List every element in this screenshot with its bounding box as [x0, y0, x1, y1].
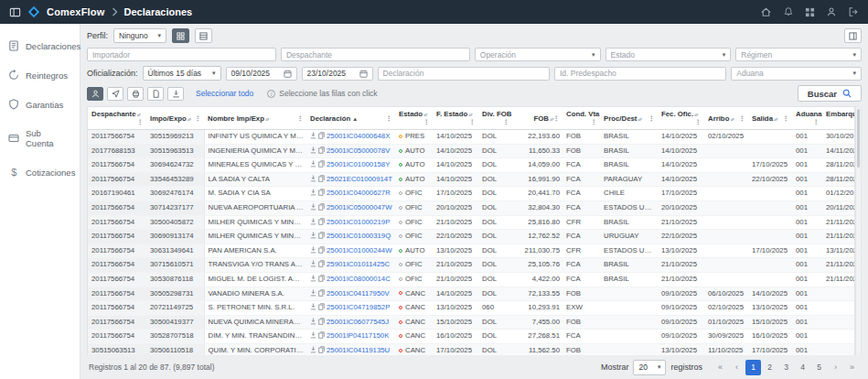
- despachante-input[interactable]: [281, 48, 470, 61]
- print-button[interactable]: [127, 87, 144, 101]
- predespacho-input[interactable]: [554, 67, 726, 81]
- column-header-cond_vta[interactable]: Cond. Vta▴▾⋮: [563, 107, 600, 130]
- sort-icon[interactable]: ▴▾: [550, 116, 553, 122]
- sidebar-item-cotizaciones[interactable]: $ Cotizaciones: [0, 157, 80, 187]
- column-header-estado[interactable]: Estado▴▾⋮: [395, 107, 433, 130]
- column-menu-icon[interactable]: ⋮: [469, 118, 477, 126]
- declaration-link[interactable]: 25001IC01000319Q: [327, 233, 391, 241]
- column-menu-icon[interactable]: ⋮: [503, 118, 510, 126]
- select-all-link[interactable]: Seleccionar todo: [196, 89, 253, 98]
- perfil-select[interactable]: Ninguno ▾: [113, 28, 166, 43]
- fecha-desde-field[interactable]: [226, 67, 297, 81]
- logout-icon[interactable]: [848, 6, 859, 17]
- scrollbar-thumb[interactable]: [857, 109, 860, 168]
- importador-input[interactable]: [87, 48, 276, 61]
- estado-select[interactable]: ▾: [605, 48, 732, 61]
- table-row[interactable]: 2011756675430515969213INFINITY US QUIMIC…: [88, 130, 855, 145]
- copy-declaration-icon[interactable]: [318, 246, 325, 256]
- column-header-fob[interactable]: FOB▴▾⋮: [512, 107, 563, 130]
- aduana-select[interactable]: ▾: [731, 67, 862, 81]
- page-size-select[interactable]: 20 ▾: [633, 360, 666, 375]
- estado-input[interactable]: [611, 50, 720, 60]
- sidebar-item-declaraciones[interactable]: Declaraciones: [0, 31, 80, 60]
- page-button-1[interactable]: 1: [745, 360, 761, 375]
- aduana-input[interactable]: [736, 69, 850, 78]
- send-button[interactable]: [107, 87, 123, 101]
- prev-page-button[interactable]: ‹: [729, 360, 745, 375]
- page-button-2[interactable]: 2: [762, 360, 777, 375]
- table-row[interactable]: 2016719046130692476174M. SADIA Y CIA SA2…: [88, 187, 855, 201]
- download-declaration-icon[interactable]: [310, 331, 316, 341]
- download-declaration-icon[interactable]: [310, 246, 316, 256]
- download-declaration-icon[interactable]: [310, 203, 316, 213]
- declaration-link[interactable]: 25001IP04117150K: [327, 332, 389, 341]
- column-menu-icon[interactable]: ⋮: [695, 118, 702, 126]
- copy-declaration-icon[interactable]: [318, 146, 325, 157]
- download-declaration-icon[interactable]: [310, 289, 316, 299]
- copy-declaration-icon[interactable]: [318, 303, 325, 313]
- download-declaration-icon[interactable]: [310, 218, 316, 228]
- column-menu-icon[interactable]: ⋮: [648, 114, 656, 123]
- operacion-input[interactable]: [480, 50, 589, 60]
- bell-icon[interactable]: [783, 6, 794, 17]
- column-header-proc_dest[interactable]: Proc/Dest▴▾⋮: [600, 107, 658, 130]
- copy-declaration-icon[interactable]: [318, 289, 325, 299]
- copy-declaration-icon[interactable]: [318, 160, 325, 170]
- table-row[interactable]: 2011756675430631349641PAN AMERICAN S.A.2…: [88, 244, 855, 258]
- sidebar-item-sub-cuenta[interactable]: Sub Cuenta: [0, 119, 80, 157]
- sort-icon[interactable]: ▴▾: [265, 116, 269, 122]
- table-row[interactable]: 2011756675430694624732MINERALES QUIMICAS…: [88, 158, 855, 173]
- declaration-link[interactable]: 25001IC08000014C: [327, 275, 391, 283]
- fecha-hasta-input[interactable]: [307, 69, 357, 78]
- sort-icon[interactable]: ▴▾: [423, 112, 427, 117]
- column-header-salida[interactable]: Salida▴▾⋮: [748, 107, 792, 130]
- declaration-link[interactable]: 25001IC04119135U: [327, 346, 390, 354]
- column-header-f_estado[interactable]: F. Estado▴▾⋮: [433, 107, 478, 130]
- declaration-link[interactable]: 25901IC01011425C: [327, 261, 390, 269]
- column-menu-icon[interactable]: ⋮: [297, 114, 305, 123]
- column-header-arribo[interactable]: Arribo▴▾⋮: [704, 107, 748, 130]
- table-row[interactable]: 2011756675430714237177NUEVA AEROPORTUARI…: [88, 200, 855, 215]
- operacion-select[interactable]: ▾: [475, 48, 601, 61]
- sidebar-item-reintegros[interactable]: Reintegros: [0, 60, 80, 90]
- declaration-link[interactable]: 25001IC04117950V: [327, 289, 390, 298]
- declaration-link[interactable]: 25001IC01000219P: [327, 218, 390, 226]
- download-declaration-icon[interactable]: [310, 303, 316, 313]
- copy-declaration-icon[interactable]: [318, 232, 325, 242]
- vertical-scrollbar[interactable]: [855, 106, 862, 355]
- copy-declaration-icon[interactable]: [318, 218, 325, 228]
- column-menu-icon[interactable]: ⋮: [591, 118, 598, 126]
- column-header-div_fob[interactable]: Div. FOB▴▾⋮: [478, 107, 512, 130]
- sort-icon[interactable]: ▴▾: [730, 116, 734, 122]
- document-button[interactable]: [147, 87, 164, 101]
- column-header-fec_ofic[interactable]: Fec. Ofic.▴▾⋮: [658, 107, 704, 130]
- table-row[interactable]: 2017768815330515963513INGENIERIA QUIMICA…: [88, 144, 855, 158]
- declaration-link[interactable]: 25001IC05000078V: [327, 146, 390, 155]
- home-icon[interactable]: [760, 6, 772, 18]
- download-declaration-icon[interactable]: [310, 346, 316, 355]
- declaration-link[interactable]: 25001IC04000648X: [327, 132, 390, 140]
- column-header-despachante[interactable]: Despachante▴▾⋮: [88, 107, 146, 130]
- column-menu-icon[interactable]: ⋮: [423, 118, 431, 126]
- sort-icon[interactable]: ▴▾: [638, 116, 641, 122]
- table-row[interactable]: 2011756675420721149725S. PETRONET MIN. S…: [88, 301, 855, 316]
- sort-icon[interactable]: ▴▾: [468, 112, 472, 117]
- download-declaration-icon[interactable]: [310, 175, 316, 185]
- table-row[interactable]: 2011756675430505298731VANADIO MINERA S.A…: [88, 287, 855, 301]
- declaration-link[interactable]: 25021EC01000914T: [327, 175, 392, 183]
- sort-icon[interactable]: ▴▾: [188, 116, 191, 122]
- assign-button[interactable]: [87, 87, 103, 101]
- declaration-link[interactable]: 25001IC01000158Y: [327, 161, 390, 169]
- declaration-link[interactable]: 25001IC06077545J: [327, 318, 389, 326]
- fecha-hasta-field[interactable]: [302, 67, 373, 81]
- table-row[interactable]: 2011756675430500419377NUEVA QUIMICA MINE…: [88, 315, 855, 330]
- copy-declaration-icon[interactable]: [318, 331, 325, 341]
- download-declaration-icon[interactable]: [310, 260, 316, 270]
- download-declaration-icon[interactable]: [310, 232, 316, 242]
- download-declaration-icon[interactable]: [310, 132, 316, 142]
- sidebar-item-garantias[interactable]: Garantias: [0, 90, 80, 119]
- copy-declaration-icon[interactable]: [318, 260, 325, 270]
- download-declaration-icon[interactable]: [310, 160, 316, 170]
- apps-icon[interactable]: [805, 7, 815, 17]
- table-view-toggle[interactable]: [195, 28, 212, 43]
